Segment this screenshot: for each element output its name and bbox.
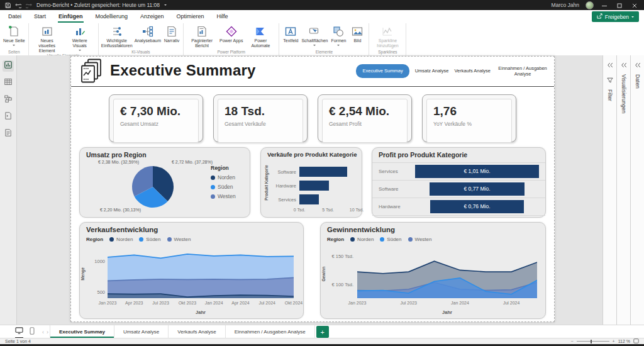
area-x-tick: Jul 2023 (152, 301, 169, 305)
page-tabs: Executive SummayUmsatz AnalyseVerkaufs A… (50, 325, 315, 338)
pane-daten[interactable]: Daten (630, 55, 644, 325)
pie-chart[interactable] (131, 165, 175, 209)
ribbon-button-schaltfl-chen[interactable]: Schaltflächen (301, 25, 328, 48)
ribbon-button-narrativ[interactable]: Narrativ (163, 25, 180, 44)
legend-dot (109, 237, 114, 242)
undo-icon[interactable] (15, 3, 21, 8)
save-icon[interactable] (5, 3, 11, 8)
area-chart[interactable] (108, 252, 294, 298)
mobile-view-icon[interactable] (30, 326, 35, 338)
funnel-bar-software[interactable]: € 0,77 Mio. (430, 182, 524, 196)
kpi-card-gesamt-profit[interactable]: € 2,54 Mio.Gesamt Profit (318, 94, 412, 142)
pane-filter[interactable]: Filter (602, 55, 616, 325)
ribbon-button-label: Neue Seite (3, 38, 25, 43)
bar-software[interactable] (299, 167, 347, 177)
ribbon-button-power-apps[interactable]: Power Apps (219, 25, 243, 44)
fit-to-page-icon[interactable] (633, 338, 639, 344)
table-view-button[interactable] (3, 77, 14, 89)
next-page-icon[interactable]: › (45, 329, 50, 335)
legend-item-norden: Norden (350, 237, 374, 242)
ribbon-button-label: Textfeld (283, 38, 298, 43)
area-chart[interactable] (357, 252, 537, 298)
expand-pane-icon[interactable] (635, 59, 641, 70)
page-tab-verkaufs-analyse[interactable]: Verkaufs Analyse (169, 325, 225, 338)
share-button[interactable]: Freigeben (592, 11, 639, 22)
model-view-button[interactable] (3, 94, 14, 106)
funnel-bar-hardware[interactable]: € 0,76 Mio. (430, 200, 523, 213)
legend-dot (167, 237, 172, 242)
visual-profit-pro-produkt-kategorie[interactable]: Profit pro Produkt Kategorie Services€ 1… (372, 147, 546, 218)
menu-tabs: DateiStartEinfügenModellierungAnzeigenOp… (0, 11, 229, 23)
zoom-slider[interactable] (577, 341, 609, 342)
close-button[interactable] (630, 2, 639, 8)
page-tab-einnahmen-ausgaben-analyse[interactable]: Einnahmen / Ausgaben Analyse (226, 325, 315, 338)
desktop-view-icon[interactable] (15, 325, 23, 338)
right-panes: FilterVisualisierungenDaten (602, 55, 644, 325)
zoom-out-icon[interactable]: − (570, 339, 573, 343)
ribbon-button-paginierter-bericht[interactable]: Paginierter Bericht (186, 25, 218, 49)
bar-x-tick: 10 Tsd. (350, 208, 364, 212)
user-name[interactable]: Marco Jahn (552, 2, 579, 8)
ribbon-button-weitere-visuals[interactable]: Weitere Visuals (64, 25, 96, 53)
ribbon-button-formen[interactable]: Formen (330, 25, 347, 48)
menu-tab-datei[interactable]: Datei (8, 11, 22, 23)
ribbon-button-bild[interactable]: Bild (348, 25, 366, 44)
nav-button-verkaufs-analyse[interactable]: Verkaufs Analyse (454, 68, 491, 74)
bar-services[interactable] (299, 194, 319, 204)
kpi-label: Gesamt Verkäufe (225, 121, 296, 127)
zoom-slider-thumb[interactable] (591, 340, 592, 343)
expand-pane-icon[interactable] (607, 59, 613, 70)
menu-tab-modellierung[interactable]: Modellierung (95, 11, 129, 23)
menu-tab-optimieren[interactable]: Optimieren (176, 11, 205, 23)
visual-verkaeufe-pro-produkt-kategorie[interactable]: Verkäufe pro Produkt Kategorie Produkt K… (260, 147, 362, 218)
pane-visualisierungen[interactable]: Visualisierungen (616, 55, 630, 325)
legend-label: Norden (218, 174, 235, 181)
avatar[interactable] (586, 1, 594, 9)
nav-button-einnahmen-ausgaben-analyse[interactable]: Einnahmen / Ausgaben Analyse (496, 65, 549, 77)
prev-page-icon[interactable]: ‹ (41, 329, 45, 335)
ribbon-button-neues-visuelles-element[interactable]: Neues visuelles Element (31, 25, 63, 53)
page-tab-umsatz-analyse[interactable]: Umsatz Analyse (114, 325, 169, 338)
report-view-icon (4, 60, 13, 72)
pane-label: Filter (607, 89, 613, 101)
filter-icon (607, 74, 613, 86)
expand-pane-icon[interactable] (621, 59, 627, 70)
menu-tab-anzeigen[interactable]: Anzeigen (140, 11, 165, 23)
ribbon-button-neue-seite[interactable]: Neue Seite (3, 25, 26, 48)
ribbon-button-label: Formen (331, 38, 346, 43)
autosave-caret-icon[interactable] (164, 4, 167, 7)
redo-icon[interactable] (26, 3, 32, 8)
minimize-button[interactable] (600, 2, 609, 8)
dax-query-view-button[interactable] (3, 111, 14, 123)
nav-button-executive-summay[interactable]: Executive Summay (356, 64, 409, 77)
ribbon-button-textfeld[interactable]: Textfeld (282, 25, 299, 44)
page-tab-executive-summay[interactable]: Executive Summay (50, 325, 114, 338)
maximize-button[interactable] (615, 2, 624, 8)
ribbon-button-power-automate[interactable]: Power Automate (245, 25, 276, 49)
funnel-bar-services[interactable]: € 1,01 Mio. (415, 165, 539, 178)
visual-verkaufsentwicklung[interactable]: Verkaufsentwicklung RegionNordenSüdenWes… (79, 222, 304, 319)
dropdown-caret-icon (337, 45, 340, 47)
zoom-in-icon[interactable]: + (613, 339, 615, 343)
kpi-card-gesamt-verk-ufe[interactable]: 18 Tsd.Gesamt Verkäufe (213, 94, 308, 142)
kpi-card-yoy-verk-ufe[interactable]: 1,76YoY Verkäufe % (422, 94, 516, 142)
tmdl-view-button[interactable] (3, 128, 14, 140)
bar-hardware[interactable] (299, 181, 329, 191)
visual-gewinnentwicklung[interactable]: Gewinnentwicklung RegionNordenSüdenWeste… (320, 222, 546, 319)
legend-label: Süden (218, 184, 233, 190)
kpi-card-gesamt-umsatz[interactable]: € 7,30 Mio.Gesamt Umsatz (109, 94, 203, 142)
visual-umsatz-pro-region[interactable]: Umsatz pro Region € 2,38 Mio. (32,59%) €… (79, 147, 250, 218)
pie-label-norden: € 2,72 Mio. (37,28%) (172, 160, 213, 164)
ribbon-button-label: Schaltflächen (301, 38, 328, 43)
menu-tab-einf-gen[interactable]: Einfügen (58, 11, 84, 23)
ribbon-button-analysebaum[interactable]: Analysebaum (134, 25, 162, 44)
ribbon-button-label: Wichtigste Einflussfaktoren (101, 38, 133, 48)
menu-tab-start[interactable]: Start (33, 11, 47, 23)
legend-item-westen: Westen (167, 237, 191, 242)
ribbon-button-wichtigste-einflussfaktoren[interactable]: Wichtigste Einflussfaktoren (101, 25, 133, 49)
zoom-level: 112 % (618, 339, 630, 343)
add-page-button[interactable]: + (316, 326, 329, 338)
menu-tab-hilfe[interactable]: Hilfe (216, 11, 229, 23)
nav-button-umsatz-analyse[interactable]: Umsatz Analyse (415, 68, 449, 74)
report-view-button[interactable] (3, 60, 14, 72)
